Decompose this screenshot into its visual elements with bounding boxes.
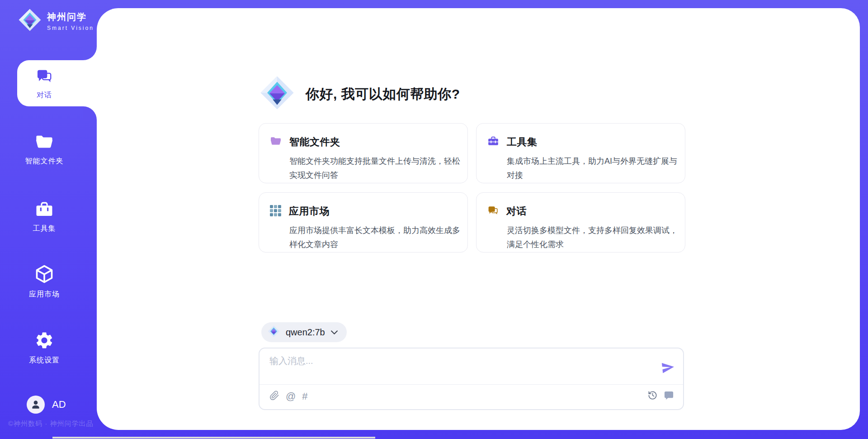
- feature-cards: 智能文件夹 智能文件夹功能支持批量文件上传与清洗，轻松实现文件问答 工具集 集成…: [259, 123, 685, 253]
- brand[interactable]: 神州问学 Smart Vision: [18, 7, 94, 34]
- composer-divider: [259, 384, 683, 385]
- card-description: 集成市场上主流工具，助力AI与外界无缝扩展与对接: [507, 154, 682, 182]
- card-toolset[interactable]: 工具集 集成市场上主流工具，助力AI与外界无缝扩展与对接: [476, 123, 685, 183]
- card-description: 灵活切换多模型文件，支持多样回复效果调试，满足个性化需求: [507, 224, 682, 252]
- card-title: 智能文件夹: [289, 135, 340, 149]
- card-smart-folder[interactable]: 智能文件夹 智能文件夹功能支持批量文件上传与清洗，轻松实现文件问答: [259, 123, 468, 183]
- message-composer: @ #: [259, 348, 684, 410]
- sidebar-item-app-market[interactable]: 应用市场: [0, 264, 89, 299]
- card-chat[interactable]: 对话 灵活切换多模型文件，支持多样回复效果调试，满足个性化需求: [476, 192, 685, 253]
- send-icon[interactable]: [660, 360, 675, 375]
- card-description: 应用市场提供丰富长文本模板，助力高效生成多样化文章内容: [289, 224, 465, 252]
- avatar: [27, 396, 45, 414]
- history-icon[interactable]: [647, 390, 658, 402]
- folder-icon: [35, 133, 54, 153]
- card-app-market[interactable]: 应用市场 应用市场提供丰富长文本模板，助力高效生成多样化文章内容: [259, 192, 468, 253]
- folder-icon: [270, 136, 282, 148]
- sidebar-item-chat[interactable]: 对话: [0, 68, 89, 100]
- chevron-down-icon: [331, 328, 338, 336]
- model-selector[interactable]: qwen2:7b: [261, 322, 347, 342]
- card-title: 应用市场: [289, 205, 330, 218]
- sidebar-item-label: 系统设置: [0, 356, 89, 365]
- user-name: AD: [52, 399, 66, 410]
- sidebar-item-settings[interactable]: 系统设置: [0, 330, 89, 365]
- app-window: 神州问学 Smart Vision 对话 智能文件夹: [0, 0, 868, 439]
- sidebar-item-label: 智能文件夹: [0, 157, 89, 166]
- toolbox-icon: [35, 200, 54, 220]
- sidebar-footer: ©神州数码 · 神州问学出品: [8, 420, 117, 428]
- brand-subtitle: Smart Vision: [47, 25, 94, 31]
- model-name: qwen2:7b: [286, 327, 325, 338]
- chat-bubble-icon[interactable]: [664, 390, 674, 402]
- greeting-title: 你好, 我可以如何帮助你?: [306, 85, 460, 104]
- toolbox-icon: [487, 136, 499, 148]
- message-input[interactable]: [269, 355, 649, 380]
- chat-icon: [36, 68, 53, 87]
- diamond-logo-icon: [18, 7, 42, 34]
- card-title: 对话: [506, 205, 527, 218]
- sidebar-item-label: 对话: [0, 91, 89, 100]
- brand-title: 神州问学: [47, 11, 94, 23]
- card-title: 工具集: [507, 135, 538, 149]
- bottom-edge-artifact: [52, 437, 375, 439]
- attachment-icon[interactable]: [269, 390, 279, 403]
- cube-icon: [34, 264, 54, 286]
- user-profile[interactable]: AD: [27, 396, 66, 414]
- card-description: 智能文件夹功能支持批量文件上传与清洗，轻松实现文件问答: [289, 154, 465, 182]
- diamond-logo-icon: [268, 325, 280, 339]
- tab-curve-top: [83, 47, 97, 60]
- greeting-logo-icon: [259, 74, 295, 113]
- grid-icon: [270, 205, 281, 218]
- sidebar-item-smart-folder[interactable]: 智能文件夹: [0, 133, 89, 166]
- at-icon[interactable]: @: [286, 391, 296, 402]
- sidebar-item-label: 工具集: [0, 224, 89, 234]
- hash-icon[interactable]: #: [302, 391, 307, 402]
- chat-icon: [487, 205, 499, 218]
- sidebar-item-toolset[interactable]: 工具集: [0, 200, 89, 234]
- tab-curve-bottom: [83, 106, 97, 120]
- gear-icon: [34, 330, 54, 352]
- sidebar-item-label: 应用市场: [0, 290, 89, 299]
